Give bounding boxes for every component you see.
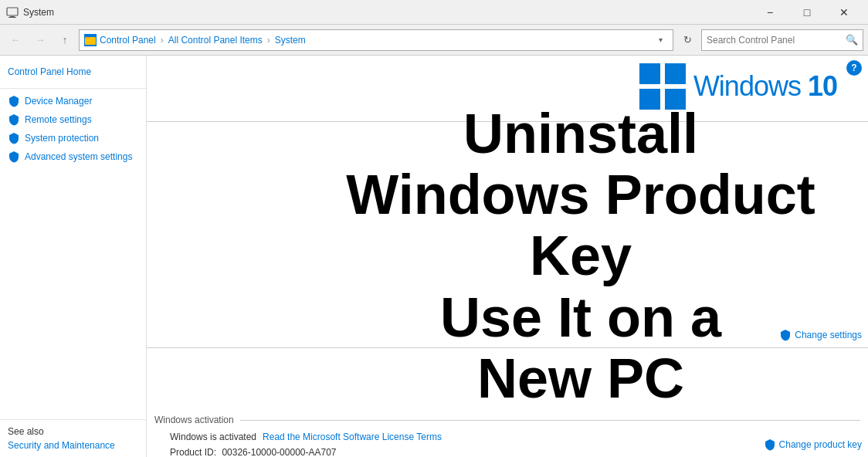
activation-section-title: Windows activation xyxy=(154,415,234,425)
control-panel-home-link[interactable]: Control Panel Home xyxy=(8,66,91,77)
shield-icon-remote xyxy=(8,113,20,126)
product-id-value: 00326-10000-00000-AA707 xyxy=(222,447,336,457)
address-bar: Control Panel › All Control Panel Items … xyxy=(79,29,673,51)
windows-text-prefix: Windows xyxy=(693,70,801,102)
shield-icon-settings xyxy=(779,329,792,341)
license-terms-link[interactable]: Read the Microsoft Software License Term… xyxy=(263,432,442,442)
activation-row: Windows is activated Read the Microsoft … xyxy=(154,430,860,444)
svg-rect-7 xyxy=(639,89,660,110)
sidebar: Control Panel Home Device Manager Remote… xyxy=(0,56,147,457)
windows-logo-area: Windows 10 xyxy=(639,63,837,110)
change-settings-link[interactable]: Change settings xyxy=(779,329,862,341)
shield-icon-advanced xyxy=(8,151,20,163)
sidebar-item-system-protection[interactable]: System protection xyxy=(0,129,146,147)
overlay-line2: Windows Product Key xyxy=(293,164,868,286)
title-bar-controls: − □ ✕ xyxy=(752,0,862,25)
divider-2 xyxy=(147,347,868,348)
search-input[interactable] xyxy=(707,35,843,46)
sidebar-bottom: See also Security and Maintenance xyxy=(0,419,147,457)
close-button[interactable]: ✕ xyxy=(826,0,862,25)
see-also-title: See also xyxy=(8,426,139,437)
change-settings-label: Change settings xyxy=(795,330,862,340)
forward-button[interactable]: → xyxy=(29,29,51,51)
address-dropdown-button[interactable]: ▾ xyxy=(653,29,668,51)
activation-section: Windows activation Windows is activated … xyxy=(154,415,860,457)
overlay-text-content: Uninstall Windows Product Key Use It on … xyxy=(293,103,868,409)
search-icon[interactable]: 🔍 xyxy=(846,34,858,46)
separator-2: › xyxy=(267,35,270,46)
svg-rect-0 xyxy=(7,8,18,15)
overlay-line1: Uninstall xyxy=(293,103,868,164)
title-bar-left: System xyxy=(6,6,54,19)
separator-1: › xyxy=(161,35,164,46)
overlay-line4: New PC xyxy=(293,348,868,409)
divider-1 xyxy=(147,121,868,122)
nav-bar: ← → ↑ Control Panel › All Control Panel … xyxy=(0,25,868,56)
address-icon xyxy=(84,34,97,46)
activation-title: Windows activation xyxy=(154,415,860,425)
system-protection-link[interactable]: System protection xyxy=(25,133,99,144)
remote-settings-link[interactable]: Remote settings xyxy=(25,114,92,125)
shield-icon-product-key xyxy=(764,438,776,451)
change-product-key-label: Change product key xyxy=(779,439,862,450)
security-maintenance-link[interactable]: Security and Maintenance xyxy=(8,440,115,451)
breadcrumb-3[interactable]: System xyxy=(275,35,306,46)
sidebar-item-device-manager[interactable]: Device Manager xyxy=(0,92,146,110)
svg-rect-5 xyxy=(639,63,660,84)
windows-text-suffix: 10 xyxy=(808,70,837,102)
svg-rect-8 xyxy=(665,89,686,110)
advanced-settings-link[interactable]: Advanced system settings xyxy=(25,151,132,162)
sidebar-item-advanced[interactable]: Advanced system settings xyxy=(0,147,146,166)
breadcrumb-1[interactable]: Control Panel xyxy=(100,35,156,46)
product-id-label: Product ID: xyxy=(170,447,216,457)
sidebar-divider xyxy=(0,88,146,89)
change-product-key-link[interactable]: Change product key xyxy=(764,438,862,451)
sidebar-home: Control Panel Home xyxy=(0,63,146,85)
maximize-button[interactable]: □ xyxy=(789,0,825,25)
title-bar: System − □ ✕ xyxy=(0,0,868,25)
svg-rect-6 xyxy=(665,63,686,84)
svg-rect-4 xyxy=(85,37,90,39)
up-button[interactable]: ↑ xyxy=(54,29,76,51)
overlay-text-area: Uninstall Windows Product Key Use It on … xyxy=(293,133,868,380)
product-id-row: Product ID: 00326-10000-00000-AA707 xyxy=(154,444,860,457)
windows-flag-icon xyxy=(639,63,686,110)
system-icon xyxy=(6,6,19,19)
content-area: ? Windows 10 Uninstall Windows Product K… xyxy=(147,56,868,457)
search-box: 🔍 xyxy=(701,29,863,51)
windows-version-text: Windows 10 xyxy=(693,70,837,103)
breadcrumb-2[interactable]: All Control Panel Items xyxy=(168,35,263,46)
back-button[interactable]: ← xyxy=(5,29,26,51)
help-button[interactable]: ? xyxy=(846,60,862,76)
shield-icon-device xyxy=(8,95,20,107)
minimize-button[interactable]: − xyxy=(752,0,788,25)
window-title: System xyxy=(23,7,54,18)
sidebar-item-remote-settings[interactable]: Remote settings xyxy=(0,110,146,129)
device-manager-link[interactable]: Device Manager xyxy=(25,96,92,107)
shield-icon-protection xyxy=(8,132,20,144)
folder-icon xyxy=(85,35,96,46)
svg-rect-2 xyxy=(8,17,16,18)
activation-status: Windows is activated xyxy=(170,432,256,442)
refresh-button[interactable]: ↻ xyxy=(676,29,698,51)
main-container: Control Panel Home Device Manager Remote… xyxy=(0,56,868,457)
